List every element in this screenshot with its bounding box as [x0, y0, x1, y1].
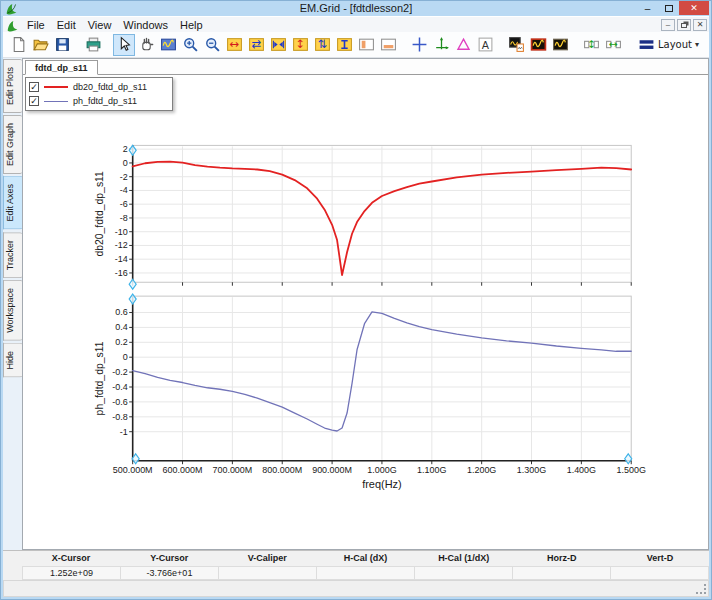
sidebar-tab-edit-graph[interactable]: Edit Graph — [3, 115, 22, 174]
menu-edit[interactable]: Edit — [51, 18, 82, 32]
menu-view[interactable]: View — [82, 18, 118, 32]
split-left-button[interactable] — [355, 34, 377, 56]
svg-text:-0.8: -0.8 — [112, 412, 127, 422]
close-button[interactable]: ✕ — [679, 1, 709, 15]
mdi-restore-button[interactable] — [677, 19, 691, 31]
svg-text:500.000M: 500.000M — [113, 465, 153, 475]
plot-canvas[interactable]: db20_fdtd_dp_s11ph_fdtd_dp_s11 20-2-4-6-… — [23, 75, 708, 549]
plot-frame-button[interactable] — [549, 34, 571, 56]
align-v-button[interactable]: ↕ — [580, 34, 602, 56]
status-header-vert-d: Vert-D — [611, 551, 709, 566]
fit-h-icon — [270, 36, 287, 53]
svg-text:600.000M: 600.000M — [163, 465, 203, 475]
split-bottom-button[interactable] — [377, 34, 399, 56]
document-tabbar: fdtd_dp_s11 — [23, 59, 708, 75]
text-label-button[interactable]: A — [474, 34, 496, 56]
legend-label: ph_fdtd_dp_s11 — [73, 96, 137, 106]
maximize-button[interactable] — [658, 1, 679, 15]
align-h-button[interactable]: ↔ — [602, 34, 624, 56]
split-left-icon — [358, 36, 375, 53]
sidebar-tab-workspace[interactable]: Workspace — [3, 280, 22, 341]
plot-frame-red-button[interactable] — [527, 34, 549, 56]
pan-button[interactable] — [135, 34, 157, 56]
x-axis-label: freq(Hz) — [362, 478, 402, 490]
new-icon — [10, 36, 27, 53]
select-icon — [116, 36, 133, 53]
menu-file[interactable]: File — [21, 18, 51, 32]
legend-color-swatch — [44, 86, 68, 88]
select-button[interactable] — [113, 34, 135, 56]
zoom-out-icon — [204, 36, 221, 53]
svg-text:-0.6: -0.6 — [112, 397, 127, 407]
axes-button[interactable] — [430, 34, 452, 56]
menu-windows[interactable]: Windows — [117, 18, 174, 32]
svg-text:-4: -4 — [120, 185, 128, 195]
print-button[interactable] — [82, 34, 104, 56]
open-button[interactable] — [29, 34, 51, 56]
status-header-horz-d: Horz-D — [513, 551, 611, 566]
sidebar-tab-tracker[interactable]: Tracker — [3, 232, 22, 278]
mdi-close-button[interactable]: ✕ — [693, 19, 707, 31]
delta-marker-icon — [455, 36, 472, 53]
sidebar-tab-hide[interactable]: Hide — [3, 343, 22, 378]
sidebar-tab-edit-plots[interactable]: Edit Plots — [3, 59, 22, 113]
svg-text:0.6: 0.6 — [115, 308, 127, 318]
plot-frame-icon — [552, 36, 569, 53]
svg-text:-0.4: -0.4 — [112, 382, 127, 392]
shrink-h-button[interactable]: ⇄ — [245, 34, 267, 56]
window-controls: – ✕ — [637, 1, 709, 16]
mdi-minimize-button[interactable]: – — [661, 19, 675, 31]
menubar: FileEditViewWindowsHelp – ✕ — [3, 16, 709, 32]
delta-marker-button[interactable] — [452, 34, 474, 56]
top-y-axis-label: db20_fdtd_dp_s11 — [94, 171, 105, 257]
expand-h-button[interactable]: ↔ — [223, 34, 245, 56]
svg-text:-8: -8 — [120, 213, 128, 223]
minimize-button[interactable]: – — [637, 1, 658, 15]
expand-v-button[interactable]: ↕ — [289, 34, 311, 56]
svg-text:↕: ↕ — [295, 37, 305, 51]
status-header-x-cursor: X-Cursor — [22, 551, 120, 566]
zoom-out-button[interactable] — [201, 34, 223, 56]
plot-area[interactable]: 20-2-4-6-8-10-12-14-16db20_fdtd_dp_s110.… — [23, 75, 708, 549]
legend-item: db20_fdtd_dp_s11 — [29, 80, 166, 94]
svg-text:↕: ↕ — [587, 38, 596, 51]
svg-text:1.000G: 1.000G — [367, 465, 396, 475]
tab-fdtd-dp-s11[interactable]: fdtd_dp_s11 — [25, 60, 98, 75]
menu-help[interactable]: Help — [174, 18, 209, 32]
shrink-v-button[interactable]: ⇅ — [311, 34, 333, 56]
legend-color-swatch — [44, 101, 68, 102]
legend-checkbox[interactable] — [29, 96, 39, 106]
pan-icon — [138, 36, 155, 53]
titlebar[interactable]: EM.Grid - [fdtdlesson2] – ✕ — [3, 1, 709, 16]
fit-v-button[interactable] — [333, 34, 355, 56]
plot-copy-button[interactable] — [505, 34, 527, 56]
zoom-in-icon — [182, 36, 199, 53]
svg-text:1.300G: 1.300G — [517, 465, 546, 475]
status-value-x-cursor: 1.252e+09 — [22, 566, 120, 581]
status-value-y-cursor: -3.766e+01 — [120, 566, 218, 581]
svg-text:1.500G: 1.500G — [617, 465, 646, 475]
zoom-in-button[interactable] — [179, 34, 201, 56]
align-h-icon: ↔ — [605, 36, 622, 53]
zoom-window-button[interactable] — [157, 34, 179, 56]
crosshair-button[interactable] — [408, 34, 430, 56]
plot-copy-icon — [508, 36, 525, 53]
svg-text:800.000M: 800.000M — [262, 465, 302, 475]
sidebar-tab-edit-axes[interactable]: Edit Axes — [3, 176, 22, 230]
legend-checkbox[interactable] — [29, 82, 39, 92]
statusbar-message-area — [3, 580, 709, 597]
svg-text:900.000M: 900.000M — [312, 465, 352, 475]
window-title: EM.Grid - [fdtdlesson2] — [3, 2, 709, 14]
new-button[interactable] — [7, 34, 29, 56]
svg-text:-12: -12 — [115, 240, 128, 250]
toolbar: ↔⇄↕⇅A↕↔Layout▾ — [3, 32, 709, 58]
save-button[interactable] — [51, 34, 73, 56]
main-panel: fdtd_dp_s11 db20_fdtd_dp_s11ph_fdtd_dp_s… — [22, 58, 709, 550]
status-header-v-caliper: V-Caliper — [218, 551, 316, 566]
print-icon — [85, 36, 102, 53]
layout-menu-button[interactable]: Layout▾ — [633, 34, 704, 56]
mdi-controls: – ✕ — [661, 19, 707, 31]
svg-text:-14: -14 — [115, 254, 128, 264]
resize-grip-icon[interactable] — [696, 584, 707, 595]
fit-h-button[interactable] — [267, 34, 289, 56]
